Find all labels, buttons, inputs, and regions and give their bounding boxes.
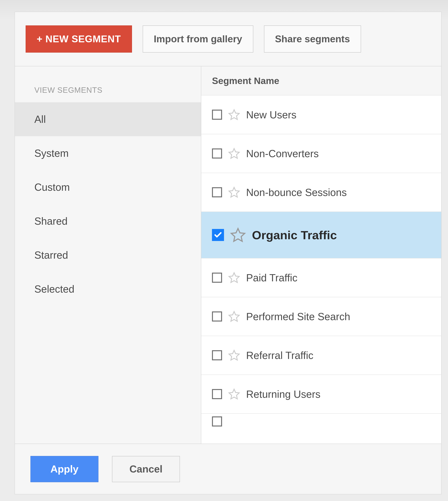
segment-row[interactable]: Paid Traffic	[201, 258, 441, 297]
sidebar-item-label: Selected	[34, 283, 74, 295]
sidebar-item-label: Custom	[34, 181, 70, 193]
segment-row[interactable]: Organic Traffic	[201, 212, 441, 258]
segment-label: Referral Traffic	[246, 349, 314, 361]
checkbox-icon[interactable]	[212, 350, 222, 360]
sidebar-item-label: Shared	[34, 215, 67, 227]
segment-label: New Users	[246, 109, 296, 121]
footer: Apply Cancel	[15, 444, 441, 494]
sidebar-item-label: Starred	[34, 249, 68, 261]
segment-label: Performed Site Search	[246, 311, 350, 323]
main: Segment Name New Users	[201, 66, 441, 444]
checkbox-icon[interactable]	[212, 389, 222, 399]
star-icon[interactable]	[228, 310, 240, 323]
checkbox-icon[interactable]	[212, 229, 224, 241]
segment-row[interactable]: Performed Site Search	[201, 297, 441, 336]
new-segment-button[interactable]: + NEW SEGMENT	[26, 25, 132, 53]
checkbox-icon[interactable]	[212, 273, 222, 283]
sidebar: VIEW SEGMENTS All System Custom Shared S…	[15, 66, 201, 444]
segment-row[interactable]: New Users	[201, 95, 441, 134]
sidebar-item-selected[interactable]: Selected	[15, 272, 201, 306]
toolbar: + NEW SEGMENT Import from gallery Share …	[15, 12, 441, 66]
cancel-button[interactable]: Cancel	[112, 456, 180, 482]
segment-name-header: Segment Name	[201, 66, 441, 95]
checkbox-icon[interactable]	[212, 416, 222, 426]
sidebar-item-system[interactable]: System	[15, 136, 201, 170]
segment-label: Organic Traffic	[252, 228, 337, 242]
body-split: VIEW SEGMENTS All System Custom Shared S…	[15, 66, 441, 444]
segment-row[interactable]: Non-Converters	[201, 134, 441, 173]
share-segments-button[interactable]: Share segments	[264, 25, 361, 53]
checkbox-icon[interactable]	[212, 148, 222, 158]
star-icon[interactable]	[230, 227, 246, 243]
segment-list: New Users Non-Converters	[201, 95, 441, 444]
star-icon[interactable]	[228, 109, 240, 121]
apply-button[interactable]: Apply	[31, 456, 98, 482]
star-icon[interactable]	[228, 388, 240, 400]
checkbox-icon[interactable]	[212, 187, 222, 197]
sidebar-item-starred[interactable]: Starred	[15, 238, 201, 272]
sidebar-item-label: System	[34, 147, 69, 159]
star-icon[interactable]	[228, 349, 240, 361]
star-icon[interactable]	[228, 186, 240, 199]
segment-label: Non-Converters	[246, 148, 319, 159]
import-from-gallery-button[interactable]: Import from gallery	[143, 25, 253, 53]
checkbox-icon[interactable]	[212, 110, 222, 120]
segment-row[interactable]: Referral Traffic	[201, 336, 441, 375]
segment-label: Non-bounce Sessions	[246, 187, 347, 198]
checkbox-icon[interactable]	[212, 312, 222, 322]
sidebar-item-label: All	[34, 113, 46, 125]
segment-label: Paid Traffic	[246, 272, 297, 284]
segment-label: Returning Users	[246, 388, 320, 400]
star-icon[interactable]	[228, 271, 240, 284]
segment-row[interactable]	[201, 414, 441, 429]
sidebar-item-all[interactable]: All	[15, 102, 201, 136]
star-icon[interactable]	[228, 147, 240, 160]
sidebar-item-shared[interactable]: Shared	[15, 204, 201, 238]
sidebar-item-custom[interactable]: Custom	[15, 170, 201, 204]
segment-panel: + NEW SEGMENT Import from gallery Share …	[15, 12, 442, 494]
segment-row[interactable]: Non-bounce Sessions	[201, 173, 441, 212]
segment-row[interactable]: Returning Users	[201, 375, 441, 414]
sidebar-heading: VIEW SEGMENTS	[15, 86, 201, 102]
